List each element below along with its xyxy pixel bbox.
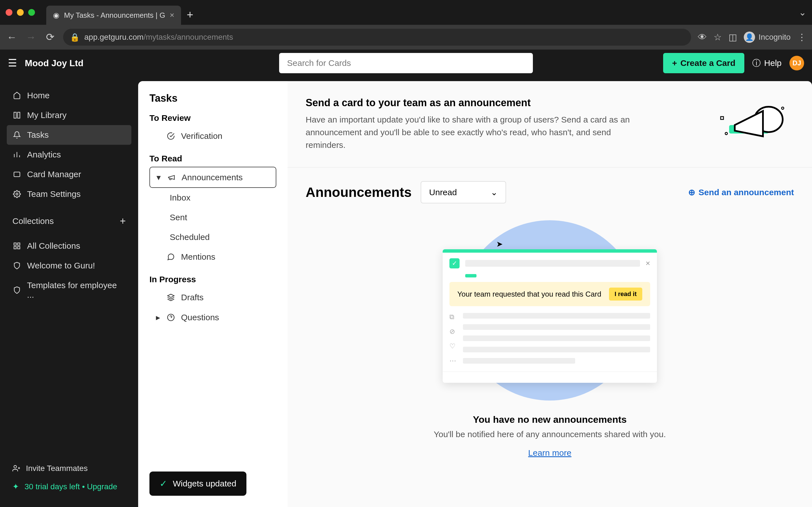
- url-bar: ← → ⟳ 🔒 app.getguru.com/mytasks/announce…: [0, 25, 812, 50]
- card-preview: ✓ × Your team requested that you read th…: [443, 249, 657, 383]
- i-read-it-button: I read it: [609, 288, 642, 300]
- minimize-window-button[interactable]: [17, 9, 24, 16]
- browser-menu-button[interactable]: ⋮: [797, 32, 806, 43]
- task-scheduled[interactable]: Scheduled: [149, 227, 276, 247]
- incognito-label: Incognito: [758, 33, 791, 42]
- task-inbox[interactable]: Inbox: [149, 188, 276, 208]
- check-circle-icon: [166, 131, 175, 140]
- browser-tab[interactable]: ◉ My Tasks - Announcements | G ×: [46, 6, 181, 25]
- bookmark-icon[interactable]: ☆: [714, 32, 722, 43]
- section-to-read: To Read: [149, 154, 276, 163]
- task-questions[interactable]: ▸ Questions: [149, 307, 276, 327]
- help-icon: ⓘ: [752, 57, 761, 69]
- trial-upgrade-button[interactable]: ✦ 30 trial days left • Upgrade: [12, 477, 126, 496]
- collection-all[interactable]: All Collections: [7, 236, 132, 256]
- chevron-down-icon[interactable]: ▾: [156, 172, 161, 182]
- sidebar-item-card-manager[interactable]: Card Manager: [7, 165, 132, 184]
- grid-icon: [12, 241, 21, 250]
- lock-icon: 🔒: [70, 33, 80, 42]
- svg-marker-14: [167, 294, 174, 297]
- bell-icon: [12, 130, 21, 139]
- read-request-banner: Your team requested that you read this C…: [449, 282, 650, 306]
- help-label: Help: [764, 58, 781, 68]
- megaphone-illustration: [715, 97, 794, 148]
- add-collection-button[interactable]: +: [120, 215, 126, 227]
- menu-toggle-button[interactable]: ☰: [8, 57, 17, 69]
- task-announcements[interactable]: ▾ Announcements: [149, 167, 276, 188]
- library-icon: [12, 111, 21, 120]
- task-verification[interactable]: Verification: [149, 126, 276, 146]
- search-input[interactable]: Search for Cards: [279, 53, 533, 73]
- empty-state: ✓ × Your team requested that you read th…: [288, 203, 812, 474]
- learn-more-link[interactable]: Learn more: [528, 448, 571, 458]
- task-label: Scheduled: [170, 232, 210, 242]
- task-label: Verification: [181, 131, 222, 141]
- collection-welcome[interactable]: Welcome to Guru!: [7, 256, 132, 276]
- svg-point-11: [14, 466, 16, 468]
- sidebar-item-tasks[interactable]: Tasks: [7, 125, 132, 145]
- sparkle-icon: ✦: [12, 482, 19, 491]
- banner-text: Your team requested that you read this C…: [457, 290, 601, 298]
- sidebar-item-analytics[interactable]: Analytics: [7, 145, 132, 165]
- chevron-down-icon: ⌄: [491, 187, 498, 197]
- send-link-label: Send an announcement: [699, 187, 794, 197]
- url-host: app.getguru.com: [84, 33, 144, 41]
- settings-icon: [12, 189, 21, 199]
- task-sent[interactable]: Sent: [149, 208, 276, 227]
- help-button[interactable]: ⓘ Help: [752, 57, 781, 69]
- workspace-name: Mood Joy Ltd: [25, 58, 84, 68]
- back-button[interactable]: ←: [6, 31, 18, 43]
- extensions-icon[interactable]: ◫: [728, 32, 737, 43]
- new-tab-button[interactable]: +: [187, 8, 193, 21]
- svg-rect-9: [14, 246, 16, 249]
- collection-label: Welcome to Guru!: [27, 261, 95, 270]
- heart-icon: ♡: [449, 342, 456, 350]
- task-mentions[interactable]: Mentions: [149, 247, 276, 267]
- maximize-window-button[interactable]: [28, 9, 35, 16]
- eye-off-icon[interactable]: 👁: [698, 32, 707, 43]
- collection-label: Templates for employee ...: [27, 281, 126, 300]
- task-label: Questions: [181, 313, 219, 322]
- empty-state-title: You have no new announcements: [473, 414, 626, 425]
- filter-dropdown[interactable]: Unread ⌄: [421, 181, 506, 203]
- tab-bar: ◉ My Tasks - Announcements | G × + ⌄: [0, 0, 812, 25]
- collections-header: Collections +: [0, 209, 138, 231]
- sidebar-item-library[interactable]: My Library: [7, 105, 132, 125]
- invite-label: Invite Teammates: [26, 464, 88, 473]
- close-window-button[interactable]: [6, 9, 12, 16]
- sidebar-item-home[interactable]: Home: [7, 86, 132, 105]
- sidebar-item-team-settings[interactable]: Team Settings: [7, 184, 132, 204]
- search-placeholder: Search for Cards: [287, 58, 351, 68]
- plus-circle-icon: ⊕: [688, 187, 695, 197]
- task-label: Sent: [170, 213, 187, 222]
- card-manager-icon: [12, 170, 21, 179]
- task-drafts[interactable]: Drafts: [149, 288, 276, 307]
- incognito-badge: 👤 Incognito: [744, 32, 791, 43]
- send-announcement-button[interactable]: ⊕ Send an announcement: [688, 187, 794, 197]
- tabs-dropdown-button[interactable]: ⌄: [799, 7, 806, 18]
- hero-banner: Send a card to your team as an announcem…: [288, 81, 812, 168]
- app-topbar: ☰ Mood Joy Ltd Search for Cards + Create…: [0, 50, 812, 76]
- hero-title: Send a card to your team as an announcem…: [306, 97, 704, 109]
- task-label: Mentions: [181, 252, 215, 262]
- user-avatar[interactable]: DJ: [790, 56, 804, 70]
- chevron-right-icon[interactable]: ▸: [155, 313, 161, 322]
- main-content: Send a card to your team as an announcem…: [288, 81, 812, 507]
- sidebar-item-label: My Library: [27, 110, 66, 120]
- shield-icon: [12, 286, 21, 295]
- forward-button[interactable]: →: [25, 31, 37, 43]
- close-tab-button[interactable]: ×: [170, 11, 174, 20]
- collection-label: All Collections: [27, 241, 80, 251]
- create-card-button[interactable]: + Create a Card: [663, 53, 745, 73]
- person-add-icon: [12, 464, 20, 472]
- svg-rect-1: [17, 112, 20, 118]
- tab-favicon: ◉: [53, 11, 59, 20]
- sidebar-item-label: Tasks: [27, 130, 49, 140]
- address-bar[interactable]: 🔒 app.getguru.com/mytasks/announcements: [63, 29, 691, 46]
- tasks-panel: Tasks To Review Verification To Read ▾ A…: [138, 81, 288, 507]
- collection-templates[interactable]: Templates for employee ...: [7, 276, 132, 305]
- empty-illustration: ✓ × Your team requested that you read th…: [437, 220, 663, 400]
- reload-button[interactable]: ⟳: [44, 31, 56, 43]
- tasks-title: Tasks: [149, 93, 276, 104]
- invite-teammates-button[interactable]: Invite Teammates: [12, 459, 126, 477]
